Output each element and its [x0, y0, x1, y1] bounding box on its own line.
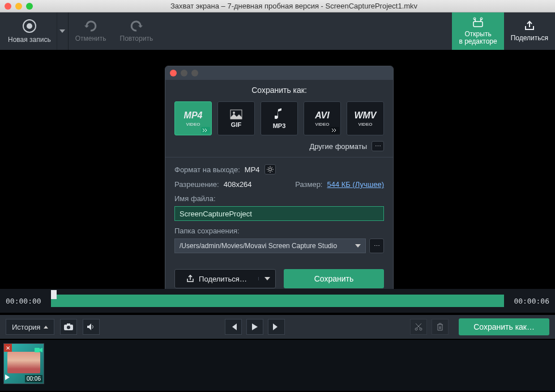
history-strip: ✕ 00:06	[0, 340, 555, 391]
playback-controls	[225, 319, 285, 335]
minimize-window-icon[interactable]	[15, 3, 22, 10]
skip-forward-icon	[273, 323, 280, 330]
format-avi[interactable]: AVI VIDEO	[304, 101, 341, 135]
new-record-button[interactable]: Новая запись	[0, 12, 57, 50]
screenshot-button[interactable]	[60, 319, 77, 335]
folder-value: /Users/admin/Movies/Movavi Screen Captur…	[180, 242, 337, 250]
cut-button[interactable]	[410, 319, 427, 335]
window-titlebar: Захват экрана – 7-дневная пробная версия…	[0, 0, 555, 12]
history-toggle-button[interactable]: История	[6, 319, 54, 335]
editor-icon	[472, 17, 484, 28]
svg-point-11	[415, 328, 417, 330]
other-formats-button[interactable]: ⋯	[372, 141, 384, 151]
clip-thumbnail[interactable]: ✕ 00:06	[3, 343, 44, 384]
skip-back-icon	[230, 323, 237, 330]
save-button[interactable]: Сохранить	[284, 269, 384, 288]
camera-icon	[64, 323, 73, 330]
next-frame-button[interactable]	[268, 319, 285, 335]
image-icon	[230, 109, 242, 120]
format-mp4-label: MP4	[184, 110, 203, 121]
scissors-icon	[415, 323, 422, 331]
resolution-label: Разрешение:	[174, 180, 219, 189]
undo-button[interactable]: Отменить	[69, 12, 113, 50]
format-avi-label: AVI	[315, 110, 329, 121]
output-format-value: MP4	[245, 165, 260, 174]
maximize-window-icon[interactable]	[26, 3, 33, 10]
music-note-icon	[275, 108, 284, 121]
size-label: Размер:	[295, 180, 322, 189]
filename-input[interactable]	[174, 206, 384, 221]
record-icon	[22, 19, 37, 33]
play-button[interactable]	[246, 319, 263, 335]
chevron-down-icon	[59, 29, 65, 33]
format-gif[interactable]: GIF	[217, 101, 255, 135]
speaker-icon	[87, 323, 95, 330]
undo-label: Отменить	[75, 35, 106, 42]
timeline-start: 00:00:00	[6, 297, 45, 305]
share-label: Поделиться	[511, 34, 548, 42]
format-wmv-label: WMV	[354, 110, 376, 121]
main-toolbar: Новая запись Отменить Повторить Открытьв…	[0, 12, 555, 50]
prev-frame-button[interactable]	[225, 319, 242, 335]
share-icon	[523, 20, 536, 32]
format-mp3[interactable]: MP3	[261, 101, 298, 135]
dialog-title: Сохранить как:	[165, 80, 393, 101]
format-wmv[interactable]: WMV VIDEO	[347, 101, 384, 135]
share-dropdown-label: Поделиться…	[199, 275, 247, 283]
gear-icon	[267, 166, 274, 173]
chevron-down-icon	[264, 277, 270, 280]
timeline-track[interactable]	[51, 295, 504, 307]
clip-duration: 00:06	[25, 375, 42, 382]
save-as-button[interactable]: Сохранить как…	[459, 318, 549, 335]
dialog-zoom-icon	[191, 70, 198, 76]
size-value-link[interactable]: 544 КБ (Лучшее)	[327, 180, 384, 189]
output-format-settings-button[interactable]	[264, 164, 276, 174]
chevron-down-icon	[355, 244, 361, 248]
window-controls	[5, 3, 33, 10]
chevron-up-icon	[44, 326, 48, 329]
browse-folder-button[interactable]: ⋯	[369, 238, 384, 253]
format-avi-more[interactable]	[330, 127, 339, 134]
redo-icon	[129, 20, 144, 32]
share-button[interactable]: Поделиться	[504, 12, 555, 50]
resolution-value: 408x264	[224, 180, 252, 189]
format-mp4[interactable]: MP4 VIDEO	[174, 101, 212, 135]
share-icon	[186, 275, 194, 283]
close-window-icon[interactable]	[5, 3, 11, 10]
other-formats-label: Другие форматы	[309, 142, 367, 151]
format-gif-label: GIF	[231, 121, 241, 128]
svg-point-1	[27, 23, 32, 29]
redo-button[interactable]: Повторить	[113, 12, 160, 50]
play-icon	[252, 323, 258, 330]
svg-point-7	[268, 168, 271, 171]
format-wmv-sub: VIDEO	[358, 122, 373, 127]
format-mp4-more[interactable]	[201, 127, 210, 134]
clip-play-icon	[5, 372, 10, 382]
clip-delete-button[interactable]: ✕	[4, 344, 12, 352]
open-editor-label1: Открыть	[465, 30, 492, 38]
delete-button[interactable]	[432, 319, 449, 335]
svg-point-10	[67, 326, 70, 329]
share-dropdown[interactable]: Поделиться…	[174, 269, 276, 288]
folder-label: Папка сохранения:	[174, 227, 384, 235]
window-title: Захват экрана – 7-дневная пробная версия…	[37, 2, 550, 10]
volume-button[interactable]	[83, 319, 100, 335]
open-in-editor-button[interactable]: Открытьв редакторе	[452, 12, 503, 50]
format-mp4-sub: VIDEO	[186, 122, 200, 127]
new-record-group: Новая запись	[0, 12, 69, 50]
history-label: История	[12, 323, 40, 331]
new-record-label: Новая запись	[8, 36, 51, 44]
dialog-close-icon[interactable]	[170, 70, 177, 76]
edit-controls	[410, 319, 449, 335]
folder-select[interactable]: /Users/admin/Movies/Movavi Screen Captur…	[174, 238, 366, 253]
format-mp3-label: MP3	[273, 122, 286, 129]
open-editor-label2: в редакторе	[459, 37, 497, 45]
timeline-end: 00:00:06	[510, 297, 549, 305]
redo-label: Повторить	[120, 35, 153, 42]
new-record-dropdown[interactable]	[57, 12, 68, 50]
playhead[interactable]	[51, 290, 57, 299]
filename-label: Имя файла:	[174, 194, 384, 203]
svg-point-12	[420, 328, 422, 330]
dialog-titlebar	[165, 66, 393, 80]
svg-rect-9	[67, 323, 70, 325]
